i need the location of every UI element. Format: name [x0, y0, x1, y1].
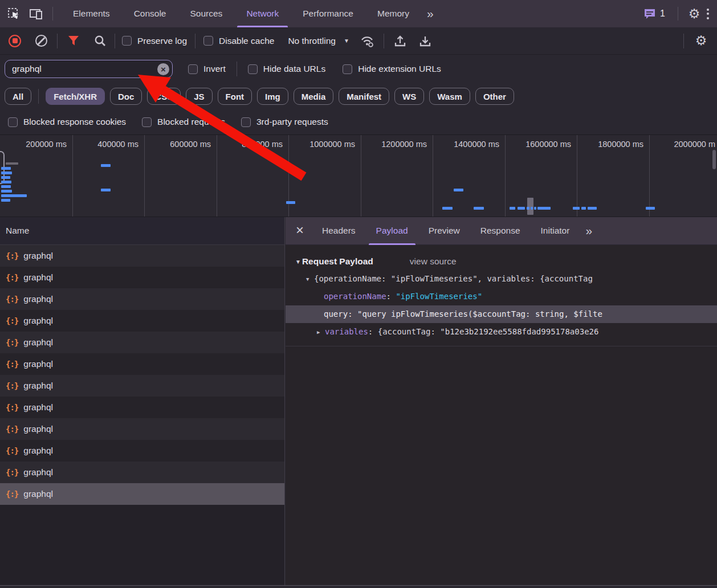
payload-query-line[interactable]: query: "query ipFlowTimeseries($accountT… [286, 305, 717, 323]
expand-triangle-icon[interactable]: ▼ [306, 271, 314, 288]
timeline-activity-bar [588, 207, 597, 210]
request-row[interactable]: {:}graphql [0, 397, 284, 418]
filter-chip-wasm[interactable]: Wasm [429, 88, 470, 105]
timeline-activity-bar [6, 162, 18, 165]
settings-button[interactable]: ⚙ [685, 4, 703, 23]
payload-summary-line[interactable]: ▼{operationName: "ipFlowTimeseries", var… [286, 270, 717, 288]
request-row[interactable]: {:}graphql [0, 462, 284, 483]
payload-variables-line[interactable]: ▶variables: {accountTag: "b12e3b2192ee55… [286, 323, 717, 341]
upload-icon [394, 35, 406, 47]
disable-cache-label: Disable cache [219, 36, 274, 46]
expand-triangle-icon[interactable]: ▶ [317, 324, 325, 341]
more-panels-button[interactable]: » [421, 7, 438, 21]
clear-filter-button[interactable]: × [157, 63, 169, 75]
filter-chip-all[interactable]: All [5, 88, 31, 105]
blocked-response-cookies-label: Blocked response cookies [23, 117, 126, 127]
request-name: graphql [23, 489, 53, 499]
filter-chip-css[interactable]: CSS [147, 88, 181, 105]
blocked-response-cookies-checkbox[interactable]: Blocked response cookies [8, 117, 126, 127]
filter-chip-font[interactable]: Font [218, 88, 252, 105]
filter-chip-media[interactable]: Media [294, 88, 334, 105]
tab-elements[interactable]: Elements [61, 0, 122, 27]
payload-operation-name-line[interactable]: operationName: "ipFlowTimeseries" [286, 288, 717, 305]
request-name: graphql [23, 402, 53, 413]
request-row[interactable]: {:}graphql [0, 310, 284, 332]
collapse-triangle-icon[interactable]: ▼ [295, 259, 301, 265]
clear-network-log-button[interactable] [32, 31, 50, 51]
blocked-requests-checkbox[interactable]: Blocked requests [142, 117, 225, 127]
name-column-header[interactable]: Name [0, 217, 284, 245]
timeline-activity-bar [1, 190, 12, 193]
filter-input[interactable]: graphql × [5, 60, 173, 78]
fetch-xhr-icon: {:} [6, 251, 18, 260]
detail-tab-preview[interactable]: Preview [418, 217, 470, 245]
tab-network[interactable]: Network [234, 0, 291, 27]
disable-cache-checkbox[interactable]: Disable cache [203, 36, 274, 46]
network-overview-timeline[interactable]: 200000 ms400000 ms600000 ms800000 ms1000… [0, 134, 717, 217]
devtools-window: ElementsConsoleSourcesNetworkPerformance… [0, 0, 717, 588]
request-row[interactable]: {:}graphql [0, 353, 284, 375]
checkbox-icon [142, 117, 152, 127]
tab-performance[interactable]: Performance [291, 0, 365, 27]
request-row[interactable]: {:}graphql [0, 375, 284, 397]
hide-extension-urls-checkbox[interactable]: Hide extension URLs [343, 64, 441, 74]
close-detail-button[interactable]: × [286, 222, 312, 239]
tab-memory[interactable]: Memory [365, 0, 421, 27]
timeline-activity-bar [531, 207, 533, 210]
request-name: graphql [23, 337, 53, 348]
network-toolbar: Preserve log Disable cache No throttling… [0, 27, 717, 55]
filter-chip-manifest[interactable]: Manifest [339, 88, 389, 105]
detail-tab-response[interactable]: Response [470, 217, 531, 245]
request-row[interactable]: {:}graphql [0, 483, 284, 505]
request-row[interactable]: {:}graphql [0, 288, 284, 310]
search-button[interactable] [91, 31, 109, 51]
filter-chip-other[interactable]: Other [475, 88, 514, 105]
timeline-activity-bar [101, 189, 111, 191]
detail-tab-initiator[interactable]: Initiator [531, 217, 580, 245]
more-detail-tabs-button[interactable]: » [580, 224, 597, 238]
hide-data-urls-checkbox[interactable]: Hide data URLs [248, 64, 325, 74]
filter-toggle-button[interactable] [64, 31, 83, 51]
preserve-log-checkbox[interactable]: Preserve log [122, 36, 187, 46]
payload-panel: ▼ Request Payload view source ▼{operatio… [286, 245, 717, 585]
request-row[interactable]: {:}graphql [0, 418, 284, 440]
detail-tab-headers[interactable]: Headers [312, 217, 366, 245]
filter-chip-img[interactable]: Img [257, 88, 288, 105]
view-source-link[interactable]: view source [410, 256, 457, 267]
request-row[interactable]: {:}graphql [0, 245, 284, 267]
filter-chip-js[interactable]: JS [186, 88, 212, 105]
timeline-tick: 1200000 ms [353, 140, 427, 149]
request-row[interactable]: {:}graphql [0, 332, 284, 353]
timeline-tick: 2000000 m [641, 140, 715, 149]
toolbar-divider [683, 34, 684, 48]
request-payload-section[interactable]: ▼ Request Payload view source [286, 253, 717, 270]
timeline-scrollbar-thumb[interactable] [712, 150, 716, 169]
request-row[interactable]: {:}graphql [0, 440, 284, 462]
timeline-tick: 1600000 ms [497, 140, 571, 149]
export-har-button[interactable] [416, 31, 434, 51]
name-header-label: Name [6, 226, 29, 236]
throttling-dropdown[interactable]: No throttling ▼ [288, 36, 349, 46]
filter-chip-doc[interactable]: Doc [110, 88, 142, 105]
invert-label: Invert [203, 64, 226, 74]
network-settings-button[interactable]: ⚙ [692, 31, 710, 51]
issues-button[interactable]: 1 [643, 8, 665, 20]
timeline-activity-bar [518, 207, 525, 210]
main-menu-button[interactable] [703, 9, 712, 19]
request-name: graphql [23, 251, 53, 261]
detail-tab-payload[interactable]: Payload [366, 217, 418, 245]
timeline-activity-bar [573, 207, 580, 210]
toolbar-divider [57, 34, 58, 48]
request-row[interactable]: {:}graphql [0, 267, 284, 288]
tab-sources[interactable]: Sources [178, 0, 235, 27]
record-network-log-button[interactable] [6, 31, 24, 51]
tab-console[interactable]: Console [122, 0, 178, 27]
inspect-element-button[interactable] [5, 4, 23, 23]
third-party-requests-checkbox[interactable]: 3rd-party requests [241, 117, 328, 127]
import-har-button[interactable] [391, 31, 409, 51]
toggle-device-toolbar-button[interactable] [27, 4, 46, 23]
filter-chip-ws[interactable]: WS [394, 88, 424, 105]
network-conditions-button[interactable] [358, 31, 377, 51]
invert-checkbox[interactable]: Invert [188, 64, 226, 74]
filter-chip-fetch-xhr[interactable]: Fetch/XHR [46, 88, 105, 105]
